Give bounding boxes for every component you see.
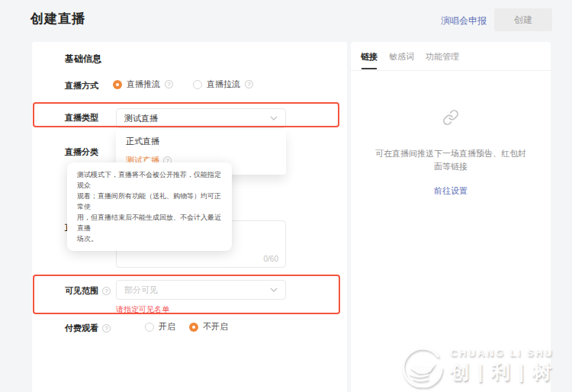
concert-apply-link[interactable]: 演唱会申报 bbox=[441, 14, 487, 27]
test-mode-tooltip: 测试模式下，直播将不会被公开推荐，仅能指定观众 观看；直播间所有功能（送礼、购物… bbox=[67, 162, 232, 251]
radio-live-pull[interactable]: 直播拉流 ? bbox=[193, 79, 253, 90]
paid-view-label-text: 付费观看 bbox=[65, 323, 98, 334]
field-label-live-type: 直播类型 bbox=[65, 112, 98, 124]
chevron-down-icon bbox=[270, 288, 278, 292]
section-title: 基础信息 bbox=[65, 53, 101, 66]
tab-links[interactable]: 链接 bbox=[361, 51, 378, 69]
radio-paid-on-label: 开启 bbox=[159, 321, 175, 333]
paid-view-radio-group: 开启 不开启 bbox=[145, 321, 228, 333]
visibility-select[interactable]: 部分可见 bbox=[116, 280, 286, 300]
live-type-select[interactable]: 测试直播 bbox=[116, 108, 286, 128]
radio-paid-off-label: 不开启 bbox=[203, 321, 228, 333]
tooltip-text: 测试模式下，直播将不会被公开推荐，仅能指定观众 观看；直播间所有功能（送礼、购物… bbox=[77, 169, 222, 244]
chevron-down-icon bbox=[270, 116, 278, 120]
field-label-live-method: 直播方式 bbox=[65, 80, 98, 92]
tab-sensitive-words[interactable]: 敏感词 bbox=[389, 51, 414, 69]
tab-feature-management[interactable]: 功能管理 bbox=[426, 51, 459, 69]
question-icon[interactable]: ? bbox=[102, 287, 111, 295]
dropdown-option-formal[interactable]: 正式直播 bbox=[116, 132, 286, 151]
radio-live-push[interactable]: 直播推流 ? bbox=[113, 79, 173, 90]
question-icon[interactable]: ? bbox=[102, 324, 111, 333]
dropdown-option-formal-label: 正式直播 bbox=[126, 136, 159, 147]
side-panel: 链接 敏感词 功能管理 可在直播间推送下一场直播预告、红包封面等链接 前往设置 bbox=[351, 42, 551, 392]
question-icon[interactable]: ? bbox=[165, 80, 173, 88]
basic-info-card: 基础信息 直播方式 直播推流 ? 直播拉流 ? 直播类型 测试直播 正式直播 bbox=[32, 42, 347, 392]
live-type-value: 测试直播 bbox=[124, 113, 158, 124]
radio-selected-icon bbox=[189, 323, 198, 332]
tab-divider bbox=[351, 70, 551, 71]
radio-selected-icon bbox=[113, 80, 122, 89]
visibility-value: 部分可见 bbox=[124, 284, 158, 296]
live-method-radio-group: 直播推流 ? 直播拉流 ? bbox=[113, 79, 253, 90]
visibility-label-text: 可见范围 bbox=[65, 285, 98, 297]
radio-paid-on[interactable]: 开启 bbox=[145, 321, 175, 333]
radio-live-push-label: 直播推流 bbox=[127, 79, 160, 90]
radio-live-pull-label: 直播拉流 bbox=[207, 79, 240, 90]
question-icon[interactable]: ? bbox=[245, 80, 253, 88]
field-label-live-category: 直播分类 bbox=[65, 146, 98, 158]
side-empty-text: 可在直播间推送下一场直播预告、红包封面等链接 bbox=[374, 147, 528, 173]
create-button[interactable]: 创建 bbox=[494, 8, 552, 31]
field-label-paid-view: 付费观看 ? bbox=[65, 323, 111, 334]
create-live-page: 创建直播 演唱会申报 创建 基础信息 直播方式 直播推流 ? 直播拉流 ? 直播… bbox=[0, 0, 572, 392]
radio-unselected-icon bbox=[193, 80, 202, 89]
char-counter: 0/60 bbox=[264, 255, 278, 263]
side-panel-tabs: 链接 敏感词 功能管理 bbox=[361, 51, 459, 69]
visibility-error: 请指定可见名单 bbox=[116, 304, 169, 315]
radio-unselected-icon bbox=[145, 323, 154, 332]
radio-paid-off[interactable]: 不开启 bbox=[189, 321, 228, 333]
link-icon bbox=[442, 109, 459, 129]
page-title: 创建直播 bbox=[31, 10, 85, 27]
goto-settings-link[interactable]: 前往设置 bbox=[434, 185, 468, 197]
field-label-visibility: 可见范围 ? bbox=[65, 285, 111, 297]
